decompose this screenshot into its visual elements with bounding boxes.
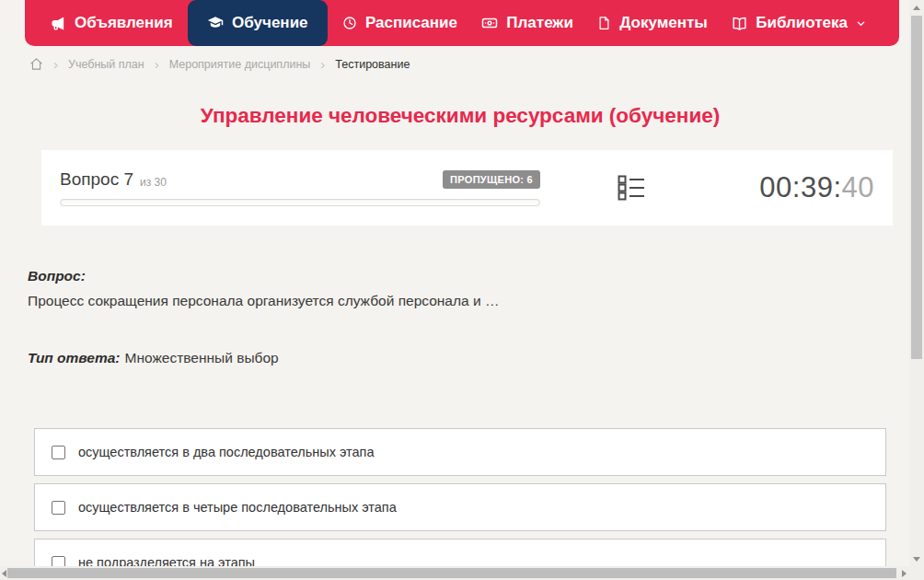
breadcrumb: ›Учебный план›Мероприятие дисциплины›Тес…	[29, 57, 410, 71]
nav-item-label: Платежи	[506, 14, 573, 32]
breadcrumb-item: Тестирование	[335, 58, 410, 71]
question-heading: Вопрос:	[28, 268, 865, 284]
skipped-badge: ПРОПУЩЕНО: 6	[443, 170, 540, 189]
scroll-up-icon[interactable]	[913, 6, 920, 10]
top-nav: Объявления Обучение Расписание Платежи Д…	[25, 0, 899, 46]
answer-option[interactable]: осуществляется в четыре последовательных…	[34, 483, 886, 531]
page-title: Управление человеческими ресурсами (обуч…	[0, 104, 920, 128]
nav-item-announcements[interactable]: Объявления	[41, 0, 182, 46]
question-number: Вопрос 7	[60, 169, 133, 190]
nav-item-label: Объявления	[75, 14, 173, 32]
scroll-down-icon[interactable]	[913, 557, 920, 562]
graduation-cap-icon	[207, 15, 224, 31]
nav-item-label: Документы	[619, 14, 708, 32]
quiz-header-card: Вопрос 7 из 30 ПРОПУЩЕНО: 6 00:39:40	[41, 150, 893, 226]
timer-main: 00:39:	[759, 171, 841, 203]
megaphone-icon	[51, 16, 66, 31]
checkbox[interactable]	[52, 501, 65, 515]
answer-option[interactable]: осуществляется в два последовательных эт…	[34, 428, 886, 476]
question-text: Процесс сокращения персонала организуетс…	[28, 293, 865, 309]
nav-item-documents[interactable]: Документы	[588, 0, 717, 46]
nav-item-label: Обучение	[232, 14, 307, 32]
checkbox[interactable]	[52, 446, 65, 459]
nav-item-library[interactable]: Библиотека	[722, 0, 875, 46]
scroll-right-icon[interactable]	[902, 570, 907, 577]
question-list-icon	[618, 175, 645, 201]
breadcrumb-list: ›Учебный план›Мероприятие дисциплины›Тес…	[53, 57, 410, 71]
question-list-button[interactable]	[618, 175, 645, 201]
vertical-scrollbar-thumb[interactable]	[911, 16, 922, 359]
banknote-icon	[481, 15, 498, 31]
horizontal-scrollbar[interactable]	[0, 566, 909, 580]
home-icon	[29, 57, 43, 71]
breadcrumb-separator-icon: ›	[155, 57, 159, 71]
clock-icon	[342, 16, 357, 30]
answer-option-label: осуществляется в четыре последовательных…	[78, 500, 397, 515]
answer-type-value: Множественный выбор	[125, 350, 279, 365]
breadcrumb-item[interactable]: Учебный план	[68, 58, 144, 71]
question-block: Вопрос: Процесс сокращения персонала орг…	[28, 268, 865, 366]
chevron-down-icon	[856, 18, 866, 29]
question-total: из 30	[140, 176, 167, 189]
document-icon	[597, 16, 611, 30]
nav-item-schedule[interactable]: Расписание	[333, 0, 467, 46]
timer: 00:39:40	[759, 171, 874, 204]
question-progress-block: Вопрос 7 из 30 ПРОПУЩЕНО: 6	[60, 169, 540, 206]
timer-seconds: 40	[842, 171, 874, 203]
scroll-left-icon[interactable]	[2, 570, 6, 577]
nav-item-label: Библиотека	[756, 14, 848, 32]
nav-item-education[interactable]: Обучение	[188, 0, 327, 46]
nav-item-payments[interactable]: Платежи	[472, 0, 583, 46]
vertical-scrollbar[interactable]	[909, 0, 924, 580]
breadcrumb-separator-icon: ›	[320, 57, 325, 71]
breadcrumb-item[interactable]: Мероприятие дисциплины	[169, 58, 311, 71]
book-icon	[732, 16, 747, 31]
horizontal-scrollbar-thumb[interactable]	[7, 568, 896, 578]
scrollbar-corner	[909, 566, 924, 580]
answer-type-label: Тип ответа:	[28, 350, 121, 365]
nav-item-label: Расписание	[365, 14, 457, 32]
progress-bar	[60, 199, 540, 206]
breadcrumb-home[interactable]	[29, 57, 43, 71]
answer-option-label: осуществляется в два последовательных эт…	[78, 445, 375, 459]
answer-options: осуществляется в два последовательных эт…	[34, 428, 886, 580]
breadcrumb-separator-icon: ›	[53, 57, 58, 71]
